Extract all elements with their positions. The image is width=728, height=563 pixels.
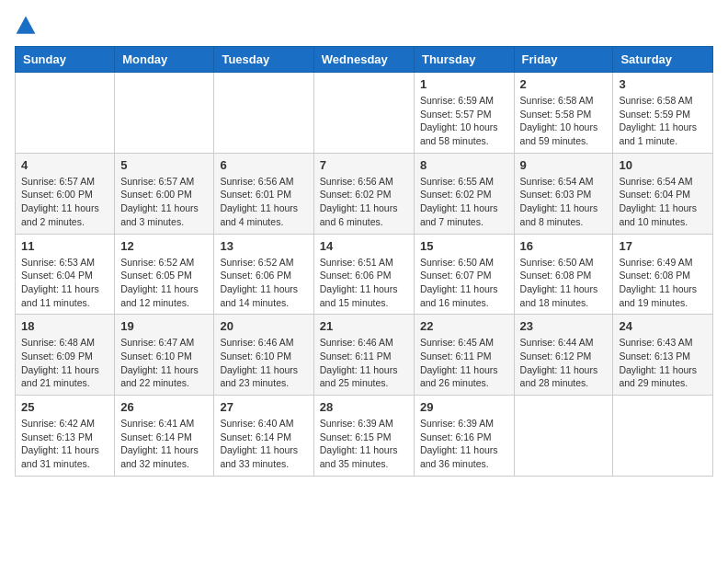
- calendar-header-cell: Tuesday: [214, 47, 313, 73]
- calendar-day-cell: 23Sunrise: 6:44 AM Sunset: 6:12 PM Dayli…: [514, 315, 613, 396]
- day-number: 20: [220, 319, 307, 333]
- calendar-day-cell: 9Sunrise: 6:54 AM Sunset: 6:03 PM Daylig…: [514, 153, 613, 234]
- day-number: 29: [420, 400, 508, 414]
- day-number: 24: [619, 319, 707, 333]
- day-number: 8: [420, 158, 508, 172]
- calendar-day-cell: 17Sunrise: 6:49 AM Sunset: 6:08 PM Dayli…: [613, 234, 713, 315]
- calendar-day-cell: 27Sunrise: 6:40 AM Sunset: 6:14 PM Dayli…: [214, 396, 313, 477]
- calendar-day-cell: [613, 396, 713, 477]
- day-info: Sunrise: 6:52 AM Sunset: 6:06 PM Dayligh…: [220, 256, 307, 310]
- day-info: Sunrise: 6:46 AM Sunset: 6:11 PM Dayligh…: [320, 336, 408, 390]
- calendar-day-cell: 13Sunrise: 6:52 AM Sunset: 6:06 PM Dayli…: [214, 234, 313, 315]
- calendar-header-row: SundayMondayTuesdayWednesdayThursdayFrid…: [16, 47, 713, 73]
- day-number: 9: [520, 158, 608, 172]
- day-info: Sunrise: 6:42 AM Sunset: 6:13 PM Dayligh…: [21, 417, 108, 471]
- day-number: 12: [120, 239, 208, 253]
- calendar-header-cell: Monday: [115, 47, 214, 73]
- calendar-day-cell: 21Sunrise: 6:46 AM Sunset: 6:11 PM Dayli…: [313, 315, 414, 396]
- day-info: Sunrise: 6:54 AM Sunset: 6:04 PM Dayligh…: [619, 175, 707, 229]
- calendar-day-cell: 2Sunrise: 6:58 AM Sunset: 5:58 PM Daylig…: [514, 73, 613, 154]
- day-info: Sunrise: 6:56 AM Sunset: 6:01 PM Dayligh…: [220, 175, 307, 229]
- day-number: 5: [120, 158, 208, 172]
- calendar-day-cell: 16Sunrise: 6:50 AM Sunset: 6:08 PM Dayli…: [514, 234, 613, 315]
- calendar-week-row: 4Sunrise: 6:57 AM Sunset: 6:00 PM Daylig…: [16, 153, 713, 234]
- day-number: 7: [320, 158, 408, 172]
- calendar-day-cell: [115, 73, 214, 154]
- day-number: 15: [420, 239, 508, 253]
- day-info: Sunrise: 6:50 AM Sunset: 6:08 PM Dayligh…: [520, 256, 608, 310]
- calendar-day-cell: 26Sunrise: 6:41 AM Sunset: 6:14 PM Dayli…: [115, 396, 214, 477]
- page-header: [15, 15, 713, 37]
- calendar-week-row: 11Sunrise: 6:53 AM Sunset: 6:04 PM Dayli…: [16, 234, 713, 315]
- day-number: 11: [21, 239, 108, 253]
- day-number: 4: [21, 158, 108, 172]
- day-number: 10: [619, 158, 707, 172]
- day-info: Sunrise: 6:48 AM Sunset: 6:09 PM Dayligh…: [21, 336, 108, 390]
- day-info: Sunrise: 6:58 AM Sunset: 5:58 PM Dayligh…: [520, 94, 608, 148]
- day-info: Sunrise: 6:47 AM Sunset: 6:10 PM Dayligh…: [120, 336, 208, 390]
- day-number: 1: [420, 77, 508, 91]
- calendar-day-cell: 12Sunrise: 6:52 AM Sunset: 6:05 PM Dayli…: [115, 234, 214, 315]
- day-info: Sunrise: 6:46 AM Sunset: 6:10 PM Dayligh…: [220, 336, 307, 390]
- day-info: Sunrise: 6:58 AM Sunset: 5:59 PM Dayligh…: [619, 94, 707, 148]
- calendar-day-cell: 5Sunrise: 6:57 AM Sunset: 6:00 PM Daylig…: [115, 153, 214, 234]
- calendar-day-cell: 8Sunrise: 6:55 AM Sunset: 6:02 PM Daylig…: [414, 153, 514, 234]
- calendar-day-cell: [214, 73, 313, 154]
- calendar-header-cell: Wednesday: [313, 47, 414, 73]
- calendar-day-cell: 15Sunrise: 6:50 AM Sunset: 6:07 PM Dayli…: [414, 234, 514, 315]
- day-info: Sunrise: 6:44 AM Sunset: 6:12 PM Dayligh…: [520, 336, 608, 390]
- calendar-day-cell: 6Sunrise: 6:56 AM Sunset: 6:01 PM Daylig…: [214, 153, 313, 234]
- calendar-day-cell: 20Sunrise: 6:46 AM Sunset: 6:10 PM Dayli…: [214, 315, 313, 396]
- day-number: 13: [220, 239, 307, 253]
- day-info: Sunrise: 6:57 AM Sunset: 6:00 PM Dayligh…: [21, 175, 108, 229]
- calendar-day-cell: 19Sunrise: 6:47 AM Sunset: 6:10 PM Dayli…: [115, 315, 214, 396]
- day-info: Sunrise: 6:39 AM Sunset: 6:15 PM Dayligh…: [320, 417, 408, 471]
- calendar-day-cell: 11Sunrise: 6:53 AM Sunset: 6:04 PM Dayli…: [16, 234, 115, 315]
- day-number: 6: [220, 158, 307, 172]
- logo: [15, 15, 40, 37]
- day-number: 16: [520, 239, 608, 253]
- day-info: Sunrise: 6:51 AM Sunset: 6:06 PM Dayligh…: [320, 256, 408, 310]
- day-number: 27: [220, 400, 307, 414]
- day-info: Sunrise: 6:57 AM Sunset: 6:00 PM Dayligh…: [120, 175, 208, 229]
- day-number: 17: [619, 239, 707, 253]
- day-number: 22: [420, 319, 508, 333]
- calendar-header-cell: Friday: [514, 47, 613, 73]
- calendar-day-cell: 4Sunrise: 6:57 AM Sunset: 6:00 PM Daylig…: [16, 153, 115, 234]
- calendar-day-cell: 29Sunrise: 6:39 AM Sunset: 6:16 PM Dayli…: [414, 396, 514, 477]
- calendar-day-cell: 25Sunrise: 6:42 AM Sunset: 6:13 PM Dayli…: [16, 396, 115, 477]
- day-number: 21: [320, 319, 408, 333]
- calendar-header-cell: Thursday: [414, 47, 514, 73]
- calendar-body: 1Sunrise: 6:59 AM Sunset: 5:57 PM Daylig…: [16, 73, 713, 477]
- svg-marker-0: [17, 17, 36, 34]
- day-info: Sunrise: 6:45 AM Sunset: 6:11 PM Dayligh…: [420, 336, 508, 390]
- day-number: 25: [21, 400, 108, 414]
- calendar-day-cell: 24Sunrise: 6:43 AM Sunset: 6:13 PM Dayli…: [613, 315, 713, 396]
- day-info: Sunrise: 6:53 AM Sunset: 6:04 PM Dayligh…: [21, 256, 108, 310]
- calendar-header-cell: Sunday: [16, 47, 115, 73]
- calendar-header-cell: Saturday: [613, 47, 713, 73]
- calendar-day-cell: 28Sunrise: 6:39 AM Sunset: 6:15 PM Dayli…: [313, 396, 414, 477]
- day-number: 19: [120, 319, 208, 333]
- day-number: 2: [520, 77, 608, 91]
- calendar-week-row: 18Sunrise: 6:48 AM Sunset: 6:09 PM Dayli…: [16, 315, 713, 396]
- day-number: 23: [520, 319, 608, 333]
- day-info: Sunrise: 6:41 AM Sunset: 6:14 PM Dayligh…: [120, 417, 208, 471]
- calendar-day-cell: [514, 396, 613, 477]
- calendar-day-cell: [313, 73, 414, 154]
- day-number: 14: [320, 239, 408, 253]
- calendar-day-cell: 7Sunrise: 6:56 AM Sunset: 6:02 PM Daylig…: [313, 153, 414, 234]
- logo-icon: [15, 15, 37, 37]
- day-info: Sunrise: 6:40 AM Sunset: 6:14 PM Dayligh…: [220, 417, 307, 471]
- calendar-day-cell: 22Sunrise: 6:45 AM Sunset: 6:11 PM Dayli…: [414, 315, 514, 396]
- day-info: Sunrise: 6:55 AM Sunset: 6:02 PM Dayligh…: [420, 175, 508, 229]
- calendar-week-row: 1Sunrise: 6:59 AM Sunset: 5:57 PM Daylig…: [16, 73, 713, 154]
- calendar-week-row: 25Sunrise: 6:42 AM Sunset: 6:13 PM Dayli…: [16, 396, 713, 477]
- day-number: 28: [320, 400, 408, 414]
- calendar-day-cell: 18Sunrise: 6:48 AM Sunset: 6:09 PM Dayli…: [16, 315, 115, 396]
- day-info: Sunrise: 6:50 AM Sunset: 6:07 PM Dayligh…: [420, 256, 508, 310]
- day-info: Sunrise: 6:56 AM Sunset: 6:02 PM Dayligh…: [320, 175, 408, 229]
- calendar-day-cell: [16, 73, 115, 154]
- day-info: Sunrise: 6:59 AM Sunset: 5:57 PM Dayligh…: [420, 94, 508, 148]
- calendar-day-cell: 10Sunrise: 6:54 AM Sunset: 6:04 PM Dayli…: [613, 153, 713, 234]
